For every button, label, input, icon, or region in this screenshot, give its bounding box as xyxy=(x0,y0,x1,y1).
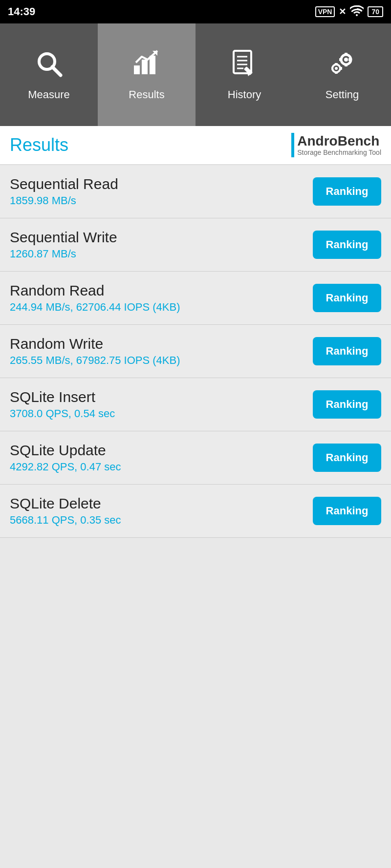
benchmark-info-seq-write: Sequential Write1260.87 MB/s xyxy=(10,229,313,260)
benchmark-info-seq-read: Sequential Read1859.98 MB/s xyxy=(10,176,313,207)
benchmark-list: Sequential Read1859.98 MB/sRankingSequen… xyxy=(0,165,391,538)
ranking-button-rand-read[interactable]: Ranking xyxy=(313,284,381,312)
svg-rect-24 xyxy=(340,67,342,70)
svg-rect-19 xyxy=(339,58,342,61)
benchmark-name-seq-write: Sequential Write xyxy=(10,229,313,246)
benchmark-row-sqlite-delete: SQLite Delete5668.11 QPS, 0.35 secRankin… xyxy=(0,485,391,538)
ranking-button-seq-write[interactable]: Ranking xyxy=(313,231,381,259)
ranking-button-rand-write[interactable]: Ranking xyxy=(313,337,381,365)
results-icon xyxy=(132,49,161,83)
svg-rect-2 xyxy=(134,65,140,74)
svg-rect-3 xyxy=(142,60,148,74)
status-icons: VPN ✕ 70 xyxy=(315,5,383,19)
logo-main-text: AndroBench xyxy=(297,134,381,149)
ranking-button-sqlite-insert[interactable]: Ranking xyxy=(313,390,381,419)
benchmark-row-rand-write: Random Write265.55 MB/s, 67982.75 IOPS (… xyxy=(0,325,391,378)
benchmark-name-sqlite-update: SQLite Update xyxy=(10,442,313,459)
svg-rect-22 xyxy=(335,72,338,74)
logo-accent-bar xyxy=(291,133,294,157)
logo-sub-text: Storage Benchmarking Tool xyxy=(297,149,381,156)
ranking-button-sqlite-update[interactable]: Ranking xyxy=(313,444,381,472)
bottom-space xyxy=(0,538,391,831)
benchmark-value-rand-read: 244.94 MB/s, 62706.44 IOPS (4KB) xyxy=(10,301,313,314)
benchmark-value-rand-write: 265.55 MB/s, 67982.75 IOPS (4KB) xyxy=(10,354,313,367)
history-icon xyxy=(230,49,259,83)
benchmark-info-sqlite-delete: SQLite Delete5668.11 QPS, 0.35 sec xyxy=(10,495,313,527)
tab-results[interactable]: Results xyxy=(98,23,196,126)
benchmark-name-rand-read: Random Read xyxy=(10,282,313,299)
ranking-button-seq-read[interactable]: Ranking xyxy=(313,177,381,206)
tab-setting-label: Setting xyxy=(326,88,359,101)
benchmark-name-sqlite-insert: SQLite Insert xyxy=(10,389,313,405)
svg-point-16 xyxy=(335,67,338,70)
benchmark-value-sqlite-insert: 3708.0 QPS, 0.54 sec xyxy=(10,407,313,420)
battery-indicator: 70 xyxy=(368,6,383,17)
benchmark-name-sqlite-delete: SQLite Delete xyxy=(10,495,313,512)
svg-rect-23 xyxy=(331,67,333,70)
logo: AndroBench Storage Benchmarking Tool xyxy=(291,133,381,157)
svg-point-14 xyxy=(344,58,348,62)
tab-history-label: History xyxy=(228,88,261,101)
benchmark-value-seq-write: 1260.87 MB/s xyxy=(10,248,313,260)
benchmark-value-sqlite-update: 4292.82 QPS, 0.47 sec xyxy=(10,461,313,473)
ranking-button-sqlite-delete[interactable]: Ranking xyxy=(313,497,381,525)
page-title: Results xyxy=(10,135,68,155)
measure-icon xyxy=(34,49,64,83)
svg-rect-21 xyxy=(335,63,338,65)
benchmark-row-seq-read: Sequential Read1859.98 MB/sRanking xyxy=(0,165,391,218)
benchmark-name-seq-read: Sequential Read xyxy=(10,176,313,192)
tab-measure[interactable]: Measure xyxy=(0,23,98,126)
svg-rect-18 xyxy=(345,64,348,66)
wifi-icon xyxy=(350,5,364,19)
tab-history[interactable]: History xyxy=(196,23,293,126)
svg-rect-4 xyxy=(150,56,155,74)
x-icon: ✕ xyxy=(339,6,346,17)
benchmark-row-sqlite-update: SQLite Update4292.82 QPS, 0.47 secRankin… xyxy=(0,431,391,485)
benchmark-row-seq-write: Sequential Write1260.87 MB/sRanking xyxy=(0,218,391,272)
benchmark-row-rand-read: Random Read244.94 MB/s, 62706.44 IOPS (4… xyxy=(0,272,391,325)
tab-setting[interactable]: Setting xyxy=(293,23,391,126)
benchmark-info-rand-read: Random Read244.94 MB/s, 62706.44 IOPS (4… xyxy=(10,282,313,314)
benchmark-name-rand-write: Random Write xyxy=(10,336,313,352)
benchmark-value-seq-read: 1859.98 MB/s xyxy=(10,194,313,207)
setting-icon xyxy=(327,49,357,83)
svg-line-1 xyxy=(52,67,61,75)
time-display: 14:39 xyxy=(8,5,35,18)
benchmark-value-sqlite-delete: 5668.11 QPS, 0.35 sec xyxy=(10,514,313,527)
svg-rect-17 xyxy=(345,53,348,55)
status-bar: 14:39 VPN ✕ 70 xyxy=(0,0,391,23)
vpn-indicator: VPN xyxy=(315,6,335,17)
benchmark-info-rand-write: Random Write265.55 MB/s, 67982.75 IOPS (… xyxy=(10,336,313,367)
results-header: Results AndroBench Storage Benchmarking … xyxy=(0,126,391,165)
nav-tabs: Measure Results xyxy=(0,23,391,126)
benchmark-info-sqlite-insert: SQLite Insert3708.0 QPS, 0.54 sec xyxy=(10,389,313,420)
benchmark-info-sqlite-update: SQLite Update4292.82 QPS, 0.47 sec xyxy=(10,442,313,473)
tab-results-label: Results xyxy=(129,88,164,101)
benchmark-row-sqlite-insert: SQLite Insert3708.0 QPS, 0.54 secRanking xyxy=(0,378,391,431)
svg-rect-20 xyxy=(348,58,351,61)
logo-text: AndroBench Storage Benchmarking Tool xyxy=(297,134,381,156)
tab-measure-label: Measure xyxy=(28,88,70,101)
